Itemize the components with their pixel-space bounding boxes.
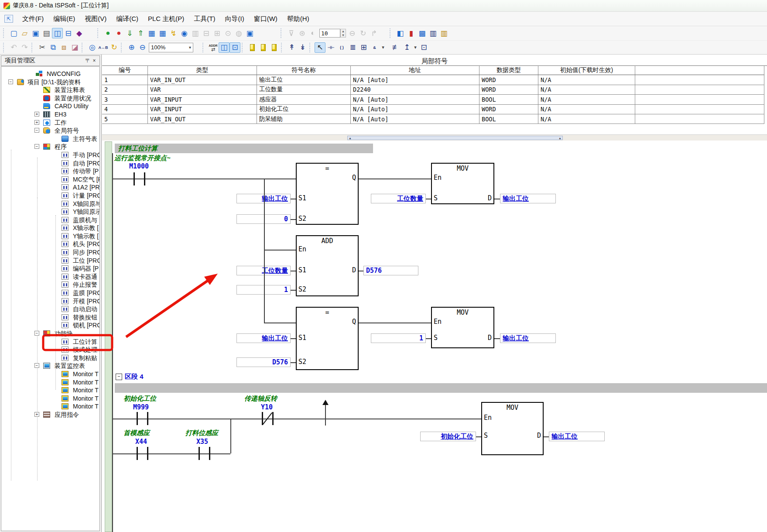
tree-item-monitor-2[interactable]: Monitor T: [1, 378, 99, 387]
collapse-icon[interactable]: −: [34, 144, 39, 149]
thermometer-icon[interactable]: ▮: [406, 28, 417, 38]
collapse-section-icon[interactable]: −: [116, 374, 122, 380]
device-table-icon[interactable]: ◧: [395, 28, 406, 38]
output-window-toggle-icon[interactable]: ⊟: [63, 28, 74, 38]
contact-tool-icon[interactable]: ⊣⊢: [325, 42, 336, 53]
symbol-cell[interactable]: [635, 85, 764, 95]
symbol-cell[interactable]: N/A: [538, 85, 635, 95]
section-header[interactable]: − 区段 4: [116, 373, 144, 381]
symbol-row-2[interactable]: 2VAR工位数量D2240WORDN/A: [102, 85, 767, 95]
comment-transfer-axis[interactable]: 传递轴反转: [244, 395, 277, 403]
tree-item-prg-replace-button[interactable]: 替换按钮: [1, 313, 99, 322]
tree-item-prg-manual[interactable]: 手动 [PRG: [1, 151, 99, 159]
tree-item-function-blocks[interactable]: −功能块: [1, 329, 99, 338]
prev-comment-icon[interactable]: [258, 42, 269, 53]
tree-item-prg-auto-start[interactable]: 自动启动: [1, 305, 99, 313]
pin-panel-icon[interactable]: ⊩: [84, 57, 91, 64]
menu-tools[interactable]: 工具(T): [189, 13, 220, 25]
radix-spinner-arrows[interactable]: ▲▼: [340, 29, 346, 38]
contact-x44[interactable]: [137, 447, 138, 460]
network-comment-icon[interactable]: [247, 42, 258, 53]
tree-item-prg-auto[interactable]: 自动 [PRG: [1, 159, 99, 168]
edge-dropdown-icon[interactable]: ▾: [412, 42, 418, 53]
tree-item-nwconfig[interactable]: NWCONFIG: [1, 70, 99, 78]
contact-label-m1000[interactable]: M1000: [129, 162, 149, 170]
tree-item-prg-sync[interactable]: 同步 [PRG: [1, 248, 99, 257]
undo-icon[interactable]: ↶: [8, 42, 19, 53]
symbol-cell[interactable]: 3: [102, 95, 148, 104]
symbol-cell[interactable]: N/A [Auto]: [351, 105, 479, 114]
network-margin[interactable]: [105, 141, 112, 532]
symbol-cell[interactable]: VAR_INPUT: [148, 95, 257, 104]
pause-monitor-icon[interactable]: ◐: [308, 28, 318, 38]
function-block-tool-icon[interactable]: ⊞: [358, 42, 369, 53]
symbol-cell[interactable]: 初始化工位: [257, 105, 351, 114]
operand-add-s1[interactable]: 工位数量: [236, 266, 291, 275]
menu-edit[interactable]: 编辑(E): [48, 13, 80, 25]
tree-item-monitor-4[interactable]: Monitor T: [1, 395, 99, 403]
instruction-tool-icon[interactable]: ≣: [347, 42, 358, 53]
symbol-cell[interactable]: WORD: [479, 105, 538, 114]
symbol-cell[interactable]: D2240: [351, 85, 479, 95]
radix-spinner[interactable]: 10▲▼: [319, 29, 346, 38]
symbol-row-5[interactable]: 5VAR_IN_OUT防呆辅助N/A [Auto]BOOLN/A: [102, 114, 767, 124]
symbol-cell[interactable]: 5: [102, 114, 148, 124]
zoom-out-icon[interactable]: ⊖: [137, 42, 148, 53]
operand-eq2-s1[interactable]: 输出工位: [236, 333, 291, 343]
operand-mov2-d[interactable]: 输出工位: [500, 333, 556, 343]
tree-item-monitor-5[interactable]: Monitor T: [1, 402, 99, 411]
symbol-row-3[interactable]: 3VAR_INPUT感应器N/A [Auto]BOOLN/A: [102, 95, 767, 104]
compare-instruction-icon[interactable]: ≢: [390, 42, 401, 53]
delete-icon[interactable]: ◪: [69, 42, 80, 53]
symbol-cell[interactable]: 输出工位: [257, 75, 351, 85]
fbd-block-mov3[interactable]: MOV En S D: [481, 402, 544, 455]
tree-item-monitor-1[interactable]: Monitor T: [1, 370, 99, 378]
fbd-block-mov2[interactable]: MOV En S D: [431, 307, 494, 348]
collapse-icon[interactable]: −: [34, 128, 39, 133]
sampling-chart-icon[interactable]: ▥: [438, 28, 449, 38]
tree-item-device-usage-status[interactable]: 装置使用状况: [1, 94, 99, 103]
operand-mov1-d[interactable]: 输出工位: [500, 194, 556, 203]
fbd-block-mov1[interactable]: MOV En S D: [431, 163, 494, 204]
symbol-cell[interactable]: BOOL: [479, 114, 538, 124]
symbol-cell[interactable]: VAR_IN_OUT: [148, 114, 257, 124]
tree-item-prg-open-mold[interactable]: 开模 [PRG: [1, 297, 99, 305]
symbol-cell[interactable]: [635, 95, 764, 104]
tree-item-global-symbols[interactable]: −全局符号: [1, 127, 99, 135]
tree-item-prg-x-home[interactable]: X轴回原与: [1, 200, 99, 208]
next-comment-icon[interactable]: [269, 42, 280, 53]
symbol-cell[interactable]: N/A: [538, 75, 635, 85]
cut-icon[interactable]: ✂: [37, 42, 48, 53]
address-mode-icon[interactable]: ADDR⇄: [208, 42, 219, 53]
contact-x44[interactable]: [147, 447, 148, 460]
operand-eq1-s2[interactable]: 0: [236, 214, 291, 224]
tree-item-device-monitor-table[interactable]: −装置监控表: [1, 362, 99, 370]
expand-icon[interactable]: +: [34, 412, 39, 417]
stop-plc-icon[interactable]: ●: [113, 28, 124, 38]
contact-label-m999[interactable]: M999: [133, 403, 149, 411]
tree-item-prg-head[interactable]: 机头 [PRG: [1, 240, 99, 248]
plc-settings-icon[interactable]: ◉: [179, 28, 190, 38]
sync-monitor-icon[interactable]: ↱: [369, 28, 380, 38]
comment-punch-position[interactable]: 打料位感应: [185, 429, 218, 437]
simulator-icon[interactable]: ⊛: [297, 28, 308, 38]
symbol-cell[interactable]: [635, 105, 764, 114]
rung-comment[interactable]: 运行监视常开接点~: [114, 154, 171, 162]
tree-item-work[interactable]: +工作: [1, 119, 99, 127]
redo-icon[interactable]: ↷: [19, 42, 30, 53]
fbd-block-eq2[interactable]: = Q S1 S2: [296, 307, 359, 370]
menu-view[interactable]: 视图(V): [80, 13, 111, 25]
splitter-scrollbar[interactable]: ▲ ▲: [347, 136, 563, 140]
scroll-up-icon[interactable]: ▲: [349, 137, 352, 140]
collapse-icon[interactable]: −: [34, 363, 39, 368]
symbol-cell[interactable]: N/A [Auto]: [351, 75, 479, 85]
online-monitor-icon[interactable]: ▦: [146, 28, 157, 38]
tree-item-prg-y-home[interactable]: Y轴回原示: [1, 208, 99, 216]
contact-m999[interactable]: [147, 412, 148, 425]
symbol-cell[interactable]: N/A: [538, 95, 635, 104]
fbd-block-add[interactable]: ADD En S1 S2 D: [296, 235, 359, 296]
find-icon[interactable]: ◎: [87, 42, 98, 53]
tree-item-fb-copy-paste[interactable]: 复制粘贴: [1, 354, 99, 362]
expand-icon[interactable]: +: [34, 112, 39, 117]
symbol-cell[interactable]: BOOL: [479, 95, 538, 104]
